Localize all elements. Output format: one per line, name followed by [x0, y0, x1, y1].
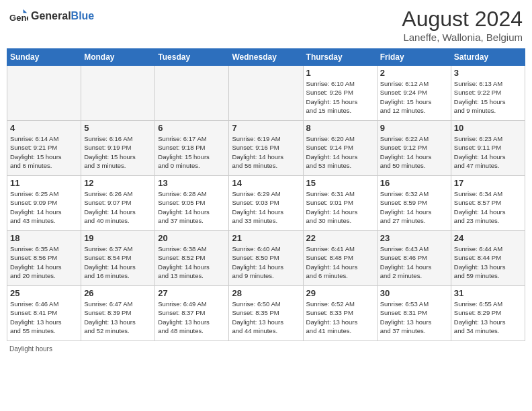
calendar-day — [229, 66, 303, 121]
day-info: Sunrise: 6:49 AM Sunset: 8:37 PM Dayligh… — [158, 300, 226, 335]
calendar-day: 25Sunrise: 6:46 AM Sunset: 8:41 PM Dayli… — [7, 286, 81, 341]
calendar-day: 12Sunrise: 6:26 AM Sunset: 9:07 PM Dayli… — [81, 176, 155, 231]
day-info: Sunrise: 6:14 AM Sunset: 9:21 PM Dayligh… — [10, 134, 78, 170]
column-header-sunday: Sunday — [7, 49, 81, 66]
day-info: Sunrise: 6:55 AM Sunset: 8:29 PM Dayligh… — [454, 300, 522, 335]
column-header-tuesday: Tuesday — [155, 49, 229, 66]
day-info: Sunrise: 6:37 AM Sunset: 8:54 PM Dayligh… — [84, 244, 152, 280]
column-header-wednesday: Wednesday — [229, 49, 303, 66]
logo-general: General — [31, 10, 71, 21]
day-number: 1 — [306, 68, 374, 78]
day-number: 22 — [306, 233, 374, 243]
calendar-week-3: 11Sunrise: 6:25 AM Sunset: 9:09 PM Dayli… — [7, 176, 525, 231]
calendar-day: 31Sunrise: 6:55 AM Sunset: 8:29 PM Dayli… — [451, 286, 525, 341]
day-number: 4 — [10, 123, 78, 133]
title-block: August 2024 Laneffe, Wallonia, Belgium — [402, 7, 523, 43]
calendar-table: SundayMondayTuesdayWednesdayThursdayFrid… — [7, 48, 525, 341]
svg-marker-1 — [24, 9, 28, 13]
calendar-week-1: 1Sunrise: 6:10 AM Sunset: 9:26 PM Daylig… — [7, 66, 525, 121]
calendar-day: 15Sunrise: 6:31 AM Sunset: 9:01 PM Dayli… — [303, 176, 377, 231]
calendar-day: 8Sunrise: 6:20 AM Sunset: 9:14 PM Daylig… — [303, 121, 377, 176]
calendar-day — [81, 66, 155, 121]
column-header-saturday: Saturday — [451, 49, 525, 66]
day-number: 31 — [454, 288, 522, 298]
logo-icon: General — [9, 7, 28, 26]
day-number: 29 — [306, 288, 374, 298]
day-number: 20 — [158, 233, 226, 243]
calendar-week-4: 18Sunrise: 6:35 AM Sunset: 8:56 PM Dayli… — [7, 231, 525, 286]
day-info: Sunrise: 6:40 AM Sunset: 8:50 PM Dayligh… — [232, 244, 300, 280]
day-number: 27 — [158, 288, 226, 298]
day-info: Sunrise: 6:16 AM Sunset: 9:19 PM Dayligh… — [84, 134, 152, 170]
day-info: Sunrise: 6:35 AM Sunset: 8:56 PM Dayligh… — [10, 244, 78, 280]
day-info: Sunrise: 6:17 AM Sunset: 9:18 PM Dayligh… — [158, 134, 226, 170]
day-number: 19 — [84, 233, 152, 243]
day-number: 15 — [306, 178, 374, 188]
day-info: Sunrise: 6:34 AM Sunset: 8:57 PM Dayligh… — [454, 189, 522, 225]
calendar-day: 14Sunrise: 6:29 AM Sunset: 9:03 PM Dayli… — [229, 176, 303, 231]
day-info: Sunrise: 6:38 AM Sunset: 8:52 PM Dayligh… — [158, 244, 226, 280]
day-number: 25 — [10, 288, 78, 298]
calendar-day: 11Sunrise: 6:25 AM Sunset: 9:09 PM Dayli… — [7, 176, 81, 231]
calendar-day: 6Sunrise: 6:17 AM Sunset: 9:18 PM Daylig… — [155, 121, 229, 176]
calendar-day: 13Sunrise: 6:28 AM Sunset: 9:05 PM Dayli… — [155, 176, 229, 231]
day-number: 17 — [454, 178, 522, 188]
day-number: 7 — [232, 123, 300, 133]
calendar-day: 4Sunrise: 6:14 AM Sunset: 9:21 PM Daylig… — [7, 121, 81, 176]
calendar-day: 30Sunrise: 6:53 AM Sunset: 8:31 PM Dayli… — [377, 286, 451, 341]
day-number: 5 — [84, 123, 152, 133]
calendar-day: 3Sunrise: 6:13 AM Sunset: 9:22 PM Daylig… — [451, 66, 525, 121]
calendar-day: 16Sunrise: 6:32 AM Sunset: 8:59 PM Dayli… — [377, 176, 451, 231]
day-number: 13 — [158, 178, 226, 188]
day-info: Sunrise: 6:13 AM Sunset: 9:22 PM Dayligh… — [454, 79, 522, 115]
day-info: Sunrise: 6:53 AM Sunset: 8:31 PM Dayligh… — [380, 300, 448, 335]
day-number: 2 — [380, 68, 448, 78]
day-number: 24 — [454, 233, 522, 243]
column-header-friday: Friday — [377, 49, 451, 66]
day-number: 12 — [84, 178, 152, 188]
calendar-day — [7, 66, 81, 121]
calendar-day: 7Sunrise: 6:19 AM Sunset: 9:16 PM Daylig… — [229, 121, 303, 176]
day-info: Sunrise: 6:32 AM Sunset: 8:59 PM Dayligh… — [380, 189, 448, 225]
column-header-monday: Monday — [81, 49, 155, 66]
day-info: Sunrise: 6:25 AM Sunset: 9:09 PM Dayligh… — [10, 189, 78, 225]
day-number: 28 — [232, 288, 300, 298]
calendar-week-5: 25Sunrise: 6:46 AM Sunset: 8:41 PM Dayli… — [7, 286, 525, 341]
day-number: 30 — [380, 288, 448, 298]
day-number: 8 — [306, 123, 374, 133]
day-info: Sunrise: 6:19 AM Sunset: 9:16 PM Dayligh… — [232, 134, 300, 170]
calendar-day: 28Sunrise: 6:50 AM Sunset: 8:35 PM Dayli… — [229, 286, 303, 341]
day-info: Sunrise: 6:44 AM Sunset: 8:44 PM Dayligh… — [454, 244, 522, 280]
day-info: Sunrise: 6:46 AM Sunset: 8:41 PM Dayligh… — [10, 300, 78, 335]
day-number: 11 — [10, 178, 78, 188]
day-number: 10 — [454, 123, 522, 133]
day-info: Sunrise: 6:31 AM Sunset: 9:01 PM Dayligh… — [306, 189, 374, 225]
day-number: 23 — [380, 233, 448, 243]
day-info: Sunrise: 6:20 AM Sunset: 9:14 PM Dayligh… — [306, 134, 374, 170]
day-info: Sunrise: 6:12 AM Sunset: 9:24 PM Dayligh… — [380, 79, 448, 115]
calendar-day: 23Sunrise: 6:43 AM Sunset: 8:46 PM Dayli… — [377, 231, 451, 286]
day-info: Sunrise: 6:23 AM Sunset: 9:11 PM Dayligh… — [454, 134, 522, 170]
day-info: Sunrise: 6:28 AM Sunset: 9:05 PM Dayligh… — [158, 189, 226, 225]
daylight-hours-label: Daylight hours — [9, 345, 52, 353]
header-row: SundayMondayTuesdayWednesdayThursdayFrid… — [7, 49, 525, 66]
day-number: 3 — [454, 68, 522, 78]
calendar-day: 17Sunrise: 6:34 AM Sunset: 8:57 PM Dayli… — [451, 176, 525, 231]
calendar-day: 21Sunrise: 6:40 AM Sunset: 8:50 PM Dayli… — [229, 231, 303, 286]
calendar-day: 1Sunrise: 6:10 AM Sunset: 9:26 PM Daylig… — [303, 66, 377, 121]
month-year: August 2024 — [402, 7, 523, 32]
calendar-day: 5Sunrise: 6:16 AM Sunset: 9:19 PM Daylig… — [81, 121, 155, 176]
day-info: Sunrise: 6:26 AM Sunset: 9:07 PM Dayligh… — [84, 189, 152, 225]
day-number: 26 — [84, 288, 152, 298]
day-number: 18 — [10, 233, 78, 243]
calendar-day: 20Sunrise: 6:38 AM Sunset: 8:52 PM Dayli… — [155, 231, 229, 286]
calendar-week-2: 4Sunrise: 6:14 AM Sunset: 9:21 PM Daylig… — [7, 121, 525, 176]
calendar-day: 29Sunrise: 6:52 AM Sunset: 8:33 PM Dayli… — [303, 286, 377, 341]
calendar-day: 9Sunrise: 6:22 AM Sunset: 9:12 PM Daylig… — [377, 121, 451, 176]
location: Laneffe, Wallonia, Belgium — [402, 32, 523, 43]
day-info: Sunrise: 6:10 AM Sunset: 9:26 PM Dayligh… — [306, 79, 374, 115]
day-info: Sunrise: 6:52 AM Sunset: 8:33 PM Dayligh… — [306, 300, 374, 335]
column-header-thursday: Thursday — [303, 49, 377, 66]
day-info: Sunrise: 6:50 AM Sunset: 8:35 PM Dayligh… — [232, 300, 300, 335]
page-header: General GeneralBlue August 2024 Laneffe,… — [7, 7, 525, 43]
